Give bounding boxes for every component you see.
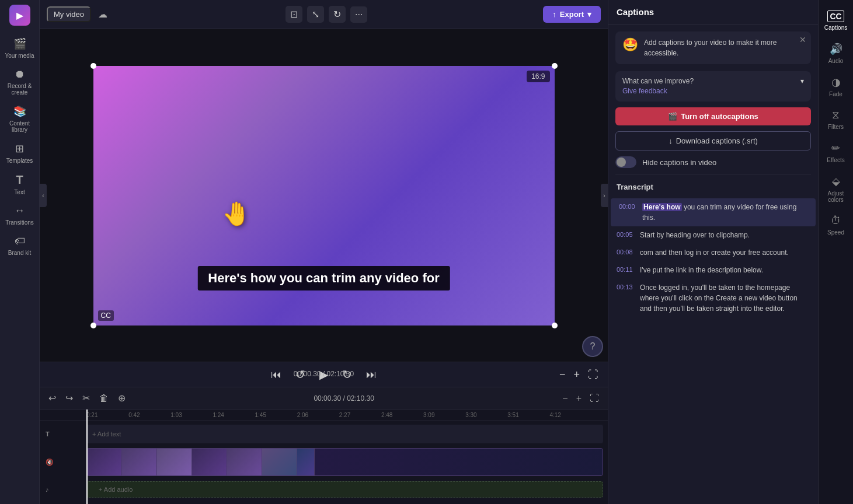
player-controls: ⏮ ↺ ▶ ↻ ⏭ 00:00.30 / 02:10.30 − + ⛶ [40, 362, 608, 387]
collapse-right-button[interactable]: › [601, 184, 608, 207]
sidebar-item-templates[interactable]: ⊞ Templates [0, 138, 39, 169]
filters-icon: ⧖ [832, 109, 840, 121]
collapse-left-button[interactable]: ‹ [40, 184, 47, 207]
ruler-mark: 3:09 [423, 412, 434, 418]
rotate-tool-button[interactable]: ↻ [329, 6, 346, 23]
resize-handle-bl[interactable] [90, 323, 96, 328]
sidebar-item-content-library[interactable]: 📚 Contentlibrary [0, 100, 39, 138]
transcript-entry-3: 00:08 com and then log in or create your… [608, 244, 818, 261]
video-thumb-6 [262, 449, 297, 475]
add-audio-label: + Add audio [93, 486, 133, 493]
far-right-item-adjust-colors[interactable]: ⬙ Adjust colors [819, 169, 853, 209]
export-button[interactable]: ↑ Export ▾ [543, 6, 601, 23]
ruler-marks: 0:21 0:42 1:03 1:24 1:45 2:06 2:27 2:48 … [86, 412, 561, 418]
far-right-panel: CC Captions 🔊 Audio ◑ Fade ⧖ Filters ✏ E… [818, 0, 853, 504]
help-button[interactable]: ? [582, 336, 603, 357]
transcript-header: Transcript [608, 180, 818, 196]
video-title[interactable]: My video [47, 6, 91, 22]
transcript-text-2: Start by heading over to clipchamp. [640, 230, 750, 240]
undo-button[interactable]: ↩ [46, 391, 59, 405]
text-track-label: T [40, 430, 86, 438]
cut-button[interactable]: ✂ [79, 391, 93, 405]
ruler-mark: 2:06 [297, 412, 308, 418]
resize-handle-br[interactable] [552, 323, 558, 328]
improve-section: What can we improve? ▾ Give feedback [615, 71, 811, 102]
cc-toggle-button[interactable]: CC [98, 310, 114, 321]
crop-tool-button[interactable]: ⊡ [286, 6, 302, 23]
toggle-knob [617, 158, 626, 167]
captions-title: Captions [617, 7, 654, 17]
zoom-out-button[interactable]: − [557, 366, 568, 383]
timestamp-4[interactable]: 00:11 [617, 265, 635, 275]
ruler-mark: 2:27 [339, 412, 350, 418]
timestamp-2[interactable]: 00:05 [617, 230, 635, 240]
far-right-label: Fade [829, 91, 842, 97]
title-edit-icon[interactable]: ☁ [96, 6, 110, 22]
far-right-item-speed[interactable]: ⏱ Speed [819, 209, 853, 242]
sidebar-item-text[interactable]: T Text [0, 169, 39, 200]
sidebar-item-label: Contentlibrary [9, 120, 30, 133]
timeline-ruler: 0:21 0:42 1:03 1:24 1:45 2:06 2:27 2:48 … [40, 410, 608, 421]
ruler-mark: 0:42 [128, 412, 140, 418]
timeline-expand-button[interactable]: ⛶ [587, 391, 602, 405]
timeline-time-display: 00:00.30 / 02:10.30 [314, 394, 374, 402]
audio-track-icon: ♪ [46, 486, 49, 493]
timestamp-3[interactable]: 00:08 [617, 247, 635, 258]
skip-forward-button[interactable]: ⏭ [364, 366, 379, 383]
timeline-zoom-out-button[interactable]: − [559, 391, 570, 405]
speed-icon: ⏱ [831, 215, 841, 227]
sidebar: ▶ 🎬 Your media ⏺ Record &create 📚 Conten… [0, 0, 40, 504]
audio-icon: 🔊 [830, 43, 842, 55]
fade-icon: ◑ [831, 76, 841, 89]
sidebar-item-brand-kit[interactable]: 🏷 Brand kit [0, 230, 39, 261]
capture-button[interactable]: ⊕ [115, 391, 128, 405]
resize-tool-button[interactable]: ⤡ [307, 6, 324, 23]
download-captions-button[interactable]: ↓ Download captions (.srt) [615, 131, 811, 150]
info-emoji: 🤩 [622, 37, 638, 52]
timestamp-5[interactable]: 00:13 [617, 282, 635, 314]
fullscreen-button[interactable]: ⛶ [586, 366, 601, 383]
ruler-mark: 3:30 [465, 412, 476, 418]
hide-captions-toggle[interactable] [615, 156, 636, 168]
feedback-link[interactable]: Give feedback [622, 87, 667, 95]
turn-off-autocaptions-button[interactable]: 🎬 Turn off autocaptions [615, 107, 811, 125]
far-right-item-audio[interactable]: 🔊 Audio [819, 37, 853, 70]
zoom-in-button[interactable]: + [571, 366, 582, 383]
resize-handle-tl[interactable] [90, 63, 96, 69]
audio-track-content[interactable]: + Add audio [86, 481, 603, 498]
sidebar-item-label: Templates [6, 158, 33, 164]
far-right-item-filters[interactable]: ⧖ Filters [819, 103, 853, 136]
far-right-item-effects[interactable]: ✏ Effects [819, 136, 853, 169]
far-right-item-captions[interactable]: CC Captions [819, 5, 853, 37]
captions-panel-header: Captions [608, 0, 818, 24]
sidebar-item-transitions[interactable]: ↔ Transitions [0, 200, 39, 230]
redo-button[interactable]: ↪ [62, 391, 76, 405]
sidebar-item-your-media[interactable]: 🎬 Your media [0, 33, 39, 64]
video-thumb-7 [297, 449, 315, 475]
ruler-mark: 3:51 [507, 412, 518, 418]
video-thumb-1 [87, 449, 122, 475]
video-preview: Here's how you can trim any video for 16… [93, 66, 555, 326]
far-right-label: Adjust colors [821, 190, 851, 203]
resize-handle-tr[interactable] [552, 63, 558, 69]
delete-button[interactable]: 🗑 [96, 391, 112, 405]
timestamp-1[interactable]: 00:00 [619, 202, 638, 223]
far-right-item-fade[interactable]: ◑ Fade [819, 70, 853, 103]
topbar: My video ☁ ⊡ ⤡ ↻ ··· ↑ Export ▾ [40, 0, 608, 29]
video-track-content[interactable] [86, 448, 603, 476]
timeline-playhead[interactable] [86, 410, 88, 504]
sidebar-item-label: Transitions [5, 219, 34, 226]
sidebar-item-record-create[interactable]: ⏺ Record &create [0, 64, 39, 100]
templates-icon: ⊞ [15, 142, 24, 155]
text-track-content[interactable]: + Add text [86, 425, 603, 443]
sidebar-item-label: Brand kit [8, 250, 31, 256]
close-info-button[interactable]: ✕ [799, 35, 806, 44]
timeline-zoom-in-button[interactable]: + [573, 391, 584, 405]
more-tools-button[interactable]: ··· [350, 6, 367, 23]
captions-panel: Captions 🤩 Add captions to your video to… [608, 0, 818, 504]
skip-back-button[interactable]: ⏮ [269, 366, 284, 383]
video-thumb-2 [122, 449, 157, 475]
chevron-down-icon: ▾ [800, 77, 804, 85]
content-library-icon: 📚 [13, 105, 26, 118]
audio-track-row: ♪ + Add audio [40, 480, 608, 499]
